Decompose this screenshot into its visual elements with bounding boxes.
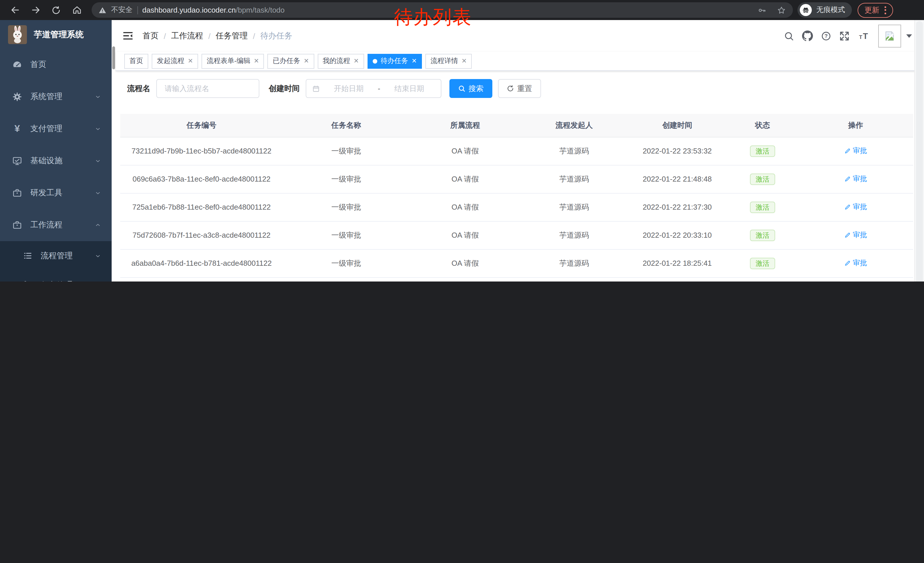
task-time: 2022-01-22 21:37:30 bbox=[628, 193, 727, 221]
breadcrumb-home[interactable]: 首页 bbox=[142, 31, 159, 41]
tab-label: 已办任务 bbox=[273, 56, 300, 66]
incognito-label: 无痕模式 bbox=[816, 5, 845, 15]
close-icon[interactable]: ✕ bbox=[188, 58, 193, 64]
tab-label: 首页 bbox=[129, 56, 143, 66]
search-button[interactable]: 搜索 bbox=[449, 79, 492, 98]
tab-process-form-edit[interactable]: 流程表单-编辑 ✕ bbox=[201, 54, 264, 68]
page-scrollbar[interactable] bbox=[914, 20, 924, 281]
close-icon[interactable]: ✕ bbox=[304, 58, 309, 64]
browser-menu-icon[interactable] bbox=[885, 6, 886, 14]
url-text: dashboard.yudao.iocoder.cn/bpm/task/todo bbox=[142, 6, 285, 14]
task-id: a6aba0a4-7b6d-11ec-b781-acde48001122 bbox=[120, 249, 283, 277]
page-content: 流程名 创建时间 开始日期 - 结束日期 bbox=[116, 71, 924, 281]
svg-text:T: T bbox=[859, 34, 862, 40]
task-name: 一级审批 bbox=[283, 165, 410, 193]
chevron-up-icon bbox=[94, 222, 101, 228]
reload-icon[interactable] bbox=[49, 3, 63, 18]
collapse-sidebar-icon[interactable] bbox=[123, 30, 134, 41]
create-time-label: 创建时间 bbox=[269, 83, 300, 94]
avatar-caret-icon[interactable] bbox=[906, 34, 912, 38]
task-time: 2022-01-22 20:33:10 bbox=[628, 221, 727, 249]
breadcrumb-workflow[interactable]: 工作流程 bbox=[171, 31, 203, 41]
sidebar-scrollbar-thumb[interactable] bbox=[112, 47, 115, 69]
reset-button[interactable]: 重置 bbox=[498, 79, 541, 98]
sidebar-item-payment[interactable]: ¥ 支付管理 bbox=[0, 113, 112, 145]
tab-my-process[interactable]: 我的流程 ✕ bbox=[318, 54, 364, 68]
task-process: OA 请假 bbox=[410, 249, 520, 277]
gear-icon bbox=[12, 92, 23, 102]
end-date-placeholder: 结束日期 bbox=[384, 83, 435, 94]
approve-link[interactable]: 审批 bbox=[844, 258, 867, 268]
sidebar-item-label: 工作流程 bbox=[30, 220, 94, 230]
process-name-label: 流程名 bbox=[127, 83, 150, 94]
password-key-icon[interactable] bbox=[758, 6, 766, 15]
search-icon[interactable] bbox=[784, 31, 794, 41]
avatar[interactable] bbox=[878, 24, 901, 47]
sidebar-scrollbar[interactable] bbox=[112, 20, 116, 281]
approve-link[interactable]: 审批 bbox=[844, 174, 867, 184]
app-title: 芋道管理系统 bbox=[34, 29, 84, 40]
sidebar-item-process-mgmt[interactable]: 流程管理 bbox=[0, 241, 112, 270]
approve-link[interactable]: 审批 bbox=[844, 146, 867, 156]
sidebar-menu: 首页 系统管理 ¥ 支付管理 bbox=[0, 49, 112, 281]
sidebar-item-infra[interactable]: 基础设施 bbox=[0, 145, 112, 177]
home-icon[interactable] bbox=[69, 3, 84, 18]
navbar-tools: ? TT bbox=[776, 24, 912, 47]
task-starter: 芋道源码 bbox=[520, 221, 628, 249]
chevron-down-icon bbox=[94, 158, 101, 164]
tab-label: 待办任务 bbox=[381, 56, 408, 66]
task-id: 725a1eb6-7b88-11ec-8ef0-acde48001122 bbox=[120, 193, 283, 221]
browser-update-button[interactable]: 更新 bbox=[858, 3, 893, 18]
page-scrollbar-thumb[interactable] bbox=[916, 21, 923, 281]
tab-done-task[interactable]: 已办任务 ✕ bbox=[268, 54, 314, 68]
col-process: 所属流程 bbox=[410, 114, 520, 137]
active-dot bbox=[373, 59, 377, 63]
sidebar-item-workflow[interactable]: 工作流程 bbox=[0, 209, 112, 241]
tab-todo-task[interactable]: 待办任务 ✕ bbox=[368, 54, 422, 68]
sidebar-item-home[interactable]: 首页 bbox=[0, 49, 112, 81]
task-id: 069c6a63-7b8a-11ec-8ef0-acde48001122 bbox=[120, 165, 283, 193]
security-warning-icon bbox=[99, 6, 106, 14]
process-name-input[interactable] bbox=[164, 84, 252, 93]
breadcrumb-current: 待办任务 bbox=[260, 31, 292, 41]
col-actions: 操作 bbox=[798, 114, 913, 137]
task-time: 2022-01-22 23:53:32 bbox=[628, 137, 727, 165]
close-icon[interactable]: ✕ bbox=[412, 58, 417, 64]
approve-link[interactable]: 审批 bbox=[844, 202, 867, 212]
flow-icon bbox=[22, 280, 33, 281]
close-icon[interactable]: ✕ bbox=[461, 58, 466, 64]
forward-icon[interactable] bbox=[28, 3, 43, 18]
sidebar-item-label: 任务管理 bbox=[40, 280, 94, 281]
close-icon[interactable]: ✕ bbox=[354, 58, 358, 64]
task-starter: 芋道源码 bbox=[520, 193, 628, 221]
tab-label: 我的流程 bbox=[322, 56, 350, 66]
task-process: OA 请假 bbox=[410, 137, 520, 165]
sidebar-item-task-mgmt[interactable]: 任务管理 bbox=[0, 270, 112, 281]
task-starter: 芋道源码 bbox=[520, 249, 628, 277]
tab-process-detail[interactable]: 流程详情 ✕ bbox=[425, 54, 472, 68]
table-row: a6aba0a4-7b6d-11ec-b781-acde48001122 一级审… bbox=[120, 249, 913, 277]
fullscreen-icon[interactable] bbox=[839, 31, 850, 41]
breadcrumb-task-mgmt[interactable]: 任务管理 bbox=[216, 31, 248, 41]
col-task-id: 任务编号 bbox=[120, 114, 283, 137]
tab-home[interactable]: 首页 bbox=[124, 54, 148, 68]
sidebar-item-label: 基础设施 bbox=[30, 156, 94, 166]
screen: 不安全 dashboard.yudao.iocoder.cn/bpm/task/… bbox=[0, 0, 924, 281]
list-icon bbox=[22, 251, 33, 261]
date-range-picker[interactable]: 开始日期 - 结束日期 bbox=[305, 79, 441, 98]
close-icon[interactable]: ✕ bbox=[254, 58, 259, 64]
bookmark-star-icon[interactable] bbox=[777, 6, 786, 15]
process-name-field[interactable] bbox=[156, 79, 259, 98]
font-size-icon[interactable]: TT bbox=[858, 31, 870, 41]
tab-label: 发起流程 bbox=[157, 56, 184, 66]
sidebar-item-devtools[interactable]: 研发工具 bbox=[0, 177, 112, 209]
back-icon[interactable] bbox=[8, 3, 22, 18]
sidebar-item-system[interactable]: 系统管理 bbox=[0, 81, 112, 113]
github-icon[interactable] bbox=[802, 30, 813, 41]
tab-label: 流程详情 bbox=[430, 56, 458, 66]
help-icon[interactable]: ? bbox=[821, 31, 831, 41]
approve-link[interactable]: 审批 bbox=[844, 230, 867, 240]
briefcase-icon bbox=[12, 188, 23, 198]
task-time: 2022-01-22 21:48:48 bbox=[628, 165, 727, 193]
tab-start-process[interactable]: 发起流程 ✕ bbox=[152, 54, 198, 68]
